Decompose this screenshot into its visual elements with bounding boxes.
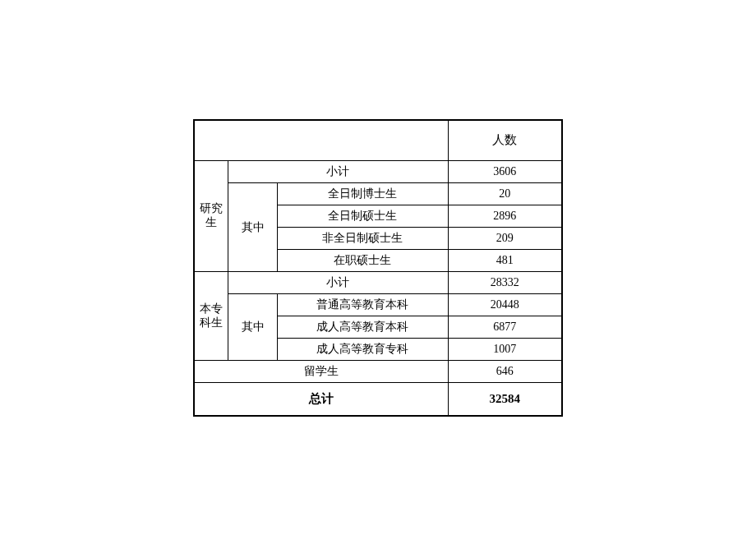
table-row: 留学生 646 [194, 361, 562, 383]
including-label: 其中 [228, 294, 278, 361]
including-label: 其中 [228, 183, 278, 272]
item-value: 481 [448, 250, 562, 272]
total-row: 总计 32584 [194, 383, 562, 416]
item-value: 20 [448, 183, 562, 205]
item-value: 6877 [448, 316, 562, 339]
item-value: 20448 [448, 294, 562, 316]
group-label-grad: 研究生 [194, 161, 228, 272]
header-count: 人数 [448, 120, 562, 161]
item-value: 2896 [448, 205, 562, 228]
table-row: 研究生 小计 3606 [194, 161, 562, 183]
group-label-undergrad: 本专科生 [194, 272, 228, 361]
header-row: 人数 [194, 120, 562, 161]
header-blank [194, 120, 448, 161]
item-label: 成人高等教育专科 [277, 339, 448, 361]
subtotal-label: 小计 [228, 272, 448, 294]
item-value: 209 [448, 228, 562, 250]
total-value: 32584 [448, 383, 562, 416]
student-count-table: 人数 研究生 小计 3606 其中 全日制博士生 20 全日制硕士生 2896 … [193, 119, 563, 417]
item-label: 在职硕士生 [277, 250, 448, 272]
item-label: 全日制博士生 [277, 183, 448, 205]
item-label: 非全日制硕士生 [277, 228, 448, 250]
intl-value: 646 [448, 361, 562, 383]
table-row: 本专科生 小计 28332 [194, 272, 562, 294]
total-label: 总计 [194, 383, 448, 416]
subtotal-value: 28332 [448, 272, 562, 294]
data-table: 人数 研究生 小计 3606 其中 全日制博士生 20 全日制硕士生 2896 … [193, 119, 563, 417]
table-row: 其中 普通高等教育本科 20448 [194, 294, 562, 316]
item-label: 成人高等教育本科 [277, 316, 448, 339]
item-label: 全日制硕士生 [277, 205, 448, 228]
table-row: 其中 全日制博士生 20 [194, 183, 562, 205]
item-value: 1007 [448, 339, 562, 361]
subtotal-value: 3606 [448, 161, 562, 183]
item-label: 普通高等教育本科 [277, 294, 448, 316]
subtotal-label: 小计 [228, 161, 448, 183]
intl-label: 留学生 [194, 361, 448, 383]
